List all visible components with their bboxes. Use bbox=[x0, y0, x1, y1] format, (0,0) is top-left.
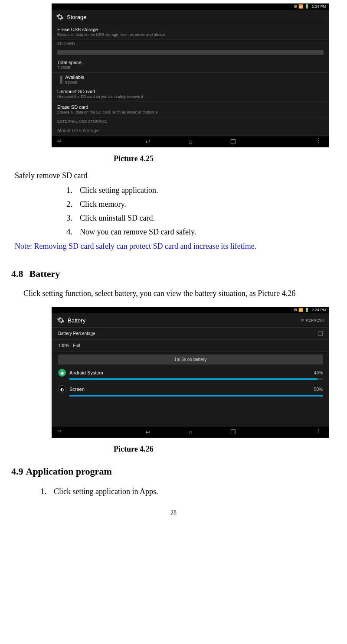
steps-list: Click setting application in Apps. bbox=[49, 487, 342, 496]
document-page: 🛇 📶 🔋 2:24 PM Storage Erase USB storage … bbox=[0, 0, 347, 533]
item-title: Mount USB storage bbox=[57, 128, 324, 133]
page-title: Storage bbox=[67, 14, 87, 20]
status-bar: 🛇 📶 🔋 2:24 PM bbox=[52, 307, 329, 313]
recent-icon[interactable]: ❐ bbox=[229, 428, 237, 436]
usage-bar bbox=[69, 395, 323, 397]
item-sub: Erases all data on the USB storage, such… bbox=[57, 33, 324, 37]
erase-usb-item[interactable]: Erase USB storage Erases all data on the… bbox=[52, 24, 329, 40]
screenshot-icon[interactable]: ▭ bbox=[56, 428, 65, 436]
steps-list: Click setting application. Click memory.… bbox=[75, 185, 342, 237]
refresh-icon: ⟳ bbox=[301, 318, 304, 322]
usage-label: Screen bbox=[69, 387, 311, 392]
nav-bar: ▭ ↩ ⌂ ❐ ⋮ bbox=[52, 426, 329, 437]
figure-caption: Picture 4.25 bbox=[114, 154, 342, 163]
item-value: 7.26GB bbox=[57, 65, 324, 70]
total-space-item[interactable]: Total space 7.26GB bbox=[52, 57, 329, 73]
step-item: Click uninstall SD card. bbox=[75, 213, 342, 223]
erase-sd-item[interactable]: Erase SD card Erases all data on the SD … bbox=[52, 102, 329, 117]
available-row: Available 839MB bbox=[52, 73, 329, 86]
android-icon: ◉ bbox=[58, 369, 66, 377]
home-icon[interactable]: ⌂ bbox=[187, 138, 194, 146]
section-title: Battery bbox=[29, 268, 60, 279]
item-title: Available bbox=[65, 75, 84, 80]
storage-bar bbox=[52, 48, 329, 57]
status-indicators: 🛇 📶 🔋 bbox=[294, 4, 309, 9]
usage-label: Android System bbox=[69, 370, 311, 375]
home-icon[interactable]: ⌂ bbox=[187, 428, 194, 436]
battery-percentage-row[interactable]: Battery Percentage bbox=[52, 328, 329, 340]
gear-icon bbox=[56, 13, 64, 21]
status-time: 2:24 PM bbox=[311, 4, 326, 9]
status-indicators: 🛇 📶 🔋 bbox=[294, 308, 309, 312]
swatch-icon bbox=[60, 76, 62, 84]
battery-full-row[interactable]: 100% - Full bbox=[52, 340, 329, 352]
usage-row-android[interactable]: ◉ Android System 49% bbox=[52, 367, 329, 377]
refresh-button[interactable]: ⟳ REFRESH bbox=[301, 318, 324, 322]
item-title: Erase USB storage bbox=[57, 27, 324, 32]
note-text: Note: Removing SD card safely can protec… bbox=[15, 242, 342, 251]
item-title: Total space bbox=[57, 60, 324, 65]
unmount-sd-item[interactable]: Unmount SD card Unmount the SD card so y… bbox=[52, 86, 329, 102]
section-heading-application: 4.9Application program bbox=[11, 466, 342, 477]
item-value: 839MB bbox=[65, 80, 84, 85]
section-title: Application program bbox=[26, 466, 112, 477]
gear-icon bbox=[56, 316, 65, 325]
status-bar: 🛇 📶 🔋 2:24 PM bbox=[52, 4, 329, 10]
screen-icon: ◐ bbox=[58, 385, 66, 393]
item-sub: Erases all data on the SD card, such as … bbox=[57, 110, 324, 114]
item-title: Unmount SD card bbox=[57, 89, 324, 94]
item-title: Erase SD card bbox=[57, 104, 324, 110]
row-label: Battery Percentage bbox=[58, 331, 95, 336]
item-sub: Unmount the SD card so you can safely re… bbox=[57, 94, 324, 99]
screenshot-icon[interactable]: ▭ bbox=[56, 137, 65, 146]
step-item: Now you can remove SD card safely. bbox=[75, 227, 342, 237]
settings-header: Storage bbox=[52, 10, 329, 24]
usage-percent: 49% bbox=[314, 371, 323, 375]
section-number: 4.9 bbox=[11, 466, 23, 477]
back-icon[interactable]: ↩ bbox=[144, 138, 152, 146]
recent-icon[interactable]: ❐ bbox=[229, 138, 237, 146]
lead-text: Click setting function, select battery, … bbox=[23, 289, 342, 298]
usage-bar bbox=[69, 378, 323, 380]
screenshot-storage: 🛇 📶 🔋 2:24 PM Storage Erase USB storage … bbox=[52, 3, 329, 147]
usage-row-screen[interactable]: ◐ Screen 50% bbox=[52, 384, 329, 394]
status-time: 2:24 PM bbox=[311, 308, 326, 312]
safely-remove-heading: Safely remove SD card bbox=[15, 171, 342, 180]
menu-icon[interactable]: ⋮ bbox=[316, 137, 324, 146]
step-item: Click setting application in Apps. bbox=[49, 487, 342, 496]
settings-header: Battery ⟳ REFRESH bbox=[52, 313, 329, 328]
refresh-label: REFRESH bbox=[306, 318, 324, 322]
row-label: 100% - Full bbox=[58, 343, 80, 348]
step-item: Click setting application. bbox=[75, 185, 342, 195]
checkbox-icon[interactable] bbox=[318, 331, 323, 336]
external-usb-header: EXTERNAL USB STORAGE bbox=[52, 117, 329, 125]
screenshot-battery: 🛇 📶 🔋 2:24 PM Battery ⟳ REFRESH Battery … bbox=[52, 307, 329, 438]
section-number: 4.8 bbox=[11, 268, 23, 279]
battery-time-banner[interactable]: 1m 5s on battery bbox=[58, 355, 323, 364]
section-heading-battery: 4.8Battery bbox=[11, 268, 342, 280]
nav-bar: ▭ ↩ ⌂ ❐ ⋮ bbox=[52, 136, 329, 147]
figure-caption: Picture 4.26 bbox=[114, 445, 342, 454]
back-icon[interactable]: ↩ bbox=[144, 428, 152, 436]
page-number: 28 bbox=[5, 509, 342, 516]
step-item: Click memory. bbox=[75, 199, 342, 209]
sd-card-header: SD CARD bbox=[52, 40, 329, 48]
mount-usb-item: Mount USB storage bbox=[52, 125, 329, 136]
menu-icon[interactable]: ⋮ bbox=[316, 428, 324, 436]
page-title: Battery bbox=[68, 317, 85, 324]
usage-percent: 50% bbox=[314, 387, 323, 392]
